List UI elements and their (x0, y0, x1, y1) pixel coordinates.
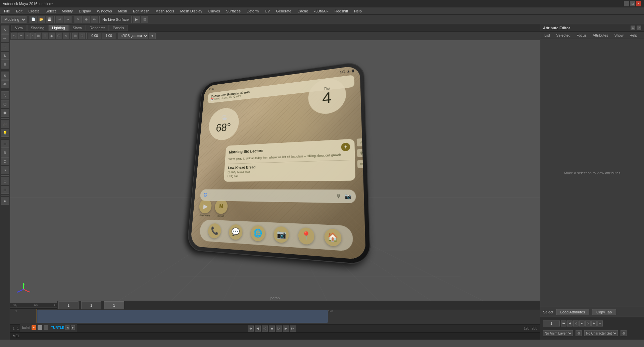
minimize-button[interactable]: ─ (624, 1, 629, 6)
viewport[interactable]: 9:30 5G ▲ ▮ Coffee with Robin in 30 min (10, 40, 540, 303)
manip-btn[interactable]: ⊡ (1, 177, 9, 185)
menu-3dtall[interactable]: -3DtoAll- (311, 8, 331, 14)
ipr-btn[interactable]: ⊡ (141, 16, 148, 23)
show-all-btn[interactable]: ● (1, 197, 9, 205)
app-play-store[interactable]: ▶ Play Store (198, 199, 212, 217)
menu-mesh-tools[interactable]: Mesh Tools (153, 8, 177, 14)
paint-tool-btn[interactable]: ✏ (91, 16, 98, 23)
tab-panels[interactable]: Panels (109, 25, 128, 31)
play-back-btn[interactable]: ◁ (262, 326, 268, 332)
lasso-btn[interactable]: ⊗ (1, 72, 9, 80)
close-button[interactable]: ✕ (636, 1, 641, 6)
stop-btn[interactable]: ■ (269, 326, 275, 332)
exposure-input[interactable] (88, 33, 101, 39)
app-gmail[interactable]: M Gmail (214, 199, 228, 218)
maximize-button[interactable]: □ (630, 1, 635, 6)
menu-select[interactable]: Select (43, 8, 59, 14)
undo-btn[interactable]: ↩ (56, 16, 63, 23)
tab-lighting[interactable]: Lighting (48, 25, 69, 31)
load-attributes-button[interactable]: Load Attributes (556, 309, 589, 315)
attr-tab-selected[interactable]: Selected (553, 33, 573, 38)
dock-phone-icon[interactable]: 📞 (207, 223, 221, 239)
layer-prev-btn[interactable]: ◀ (65, 325, 69, 330)
curve-btn[interactable]: ∿ (1, 91, 9, 99)
step-back-btn[interactable]: ◀ (255, 326, 261, 332)
vp-select-btn[interactable]: ↖ (11, 33, 17, 39)
polygon-btn[interactable]: ⬢ (1, 109, 9, 117)
vp-light-btn[interactable]: ☀ (63, 33, 69, 39)
menu-redshift[interactable]: Redshift (332, 8, 351, 14)
attr-tab-show[interactable]: Show (611, 33, 626, 38)
tab-shading[interactable]: Shading (27, 25, 48, 31)
character-set-option-btn[interactable]: ⚙ (621, 330, 627, 336)
attr-tab-help[interactable]: Help (627, 33, 640, 38)
snap-curve-btn[interactable]: ∾ (1, 166, 9, 174)
menu-curves[interactable]: Curves (206, 8, 223, 14)
select-tool-btn[interactable]: ↖ (75, 16, 82, 23)
menu-windows[interactable]: Windows (94, 8, 115, 14)
task-add-button[interactable]: + (341, 142, 350, 151)
go-start-btn[interactable]: ⏮ (248, 326, 254, 332)
mic-icon[interactable]: 🎙 (336, 193, 341, 199)
dock-home-icon[interactable]: 🏠 (324, 228, 341, 247)
snap-grid-btn[interactable]: ⊞ (1, 140, 9, 148)
camera-btn[interactable]: 🎥 (1, 120, 9, 128)
light-btn[interactable]: 💡 (1, 129, 9, 137)
vp-grid-btn[interactable]: ⊞ (72, 33, 78, 39)
copy-tab-button[interactable]: Copy Tab (592, 309, 616, 315)
menu-file[interactable]: File (1, 8, 13, 14)
scale-tool-btn[interactable]: ⊞ (1, 60, 9, 69)
vp-mode1-btn[interactable]: ▪ (25, 33, 30, 39)
tab-show[interactable]: Show (69, 25, 86, 31)
attr-tab-focus[interactable]: Focus (574, 33, 589, 38)
mini-step-fwd[interactable]: ▶ (591, 320, 597, 327)
snap-surface-btn[interactable]: ⊙ (1, 157, 9, 165)
tab-view[interactable]: View (11, 25, 27, 31)
attr-float-btn[interactable]: ⊡ (631, 26, 635, 30)
go-end-btn[interactable]: ⏭ (290, 326, 296, 332)
camera-search-icon[interactable]: 📷 (344, 193, 351, 199)
tab-renderer[interactable]: Renderer (86, 25, 109, 31)
menu-display[interactable]: Display (76, 8, 94, 14)
frame-number-display-3[interactable]: 1 (104, 301, 124, 309)
open-file-btn[interactable]: 📂 (38, 16, 45, 23)
timeline-area[interactable]: 1 120 (10, 309, 540, 324)
select-mode-btn[interactable]: ↖ (1, 26, 9, 34)
rotate-tool-btn[interactable]: ↻ (1, 52, 9, 60)
vp-texture-btn[interactable]: ⬡ (56, 33, 62, 39)
menu-edit-mesh[interactable]: Edit Mesh (130, 8, 152, 14)
vp-mode3-btn[interactable]: ⊞ (35, 33, 41, 39)
color-mode-select[interactable]: sRGB gamma (118, 33, 148, 39)
vp-hud-btn[interactable]: ⊡ (79, 33, 85, 39)
anim-layer-select[interactable]: No Anim Layer (543, 330, 573, 336)
render-region-btn[interactable]: ⊟ (1, 186, 9, 194)
surface-btn[interactable]: ⬡ (1, 100, 9, 108)
dock-messages-icon[interactable]: 💬 (228, 224, 243, 240)
menu-cache[interactable]: Cache (295, 8, 311, 14)
dock-camera-icon[interactable]: 📷 (274, 226, 289, 243)
gamma-input[interactable] (102, 33, 115, 39)
vp-wire-btn[interactable]: ⊟ (42, 33, 48, 39)
color-mode-option-btn[interactable]: ▼ (149, 33, 156, 39)
redo-btn[interactable]: ↪ (64, 16, 71, 23)
vp-paint-btn[interactable]: ✏ (18, 33, 24, 39)
mini-go-end[interactable]: ⏭ (597, 320, 603, 327)
move-tool-btn[interactable]: ✛ (1, 43, 9, 51)
mini-step-back[interactable]: ◀ (567, 320, 573, 327)
frame-number-display-2[interactable]: 1 (81, 301, 101, 309)
snap-point-btn[interactable]: ⊕ (1, 148, 9, 157)
save-file-btn[interactable]: 💾 (46, 16, 53, 23)
vp-mode2-btn[interactable]: ▫ (30, 33, 35, 39)
frame-number-display-1[interactable]: 1 (58, 301, 79, 309)
dock-maps-icon[interactable]: 📍 (298, 227, 314, 245)
search-bar[interactable]: G 🎙 📷 (200, 189, 356, 203)
menu-surfaces[interactable]: Surfaces (224, 8, 243, 14)
lasso-tool-btn[interactable]: ⊕ (83, 16, 90, 23)
mini-stop[interactable]: ■ (579, 320, 585, 327)
mode-select[interactable]: Modeling (1, 16, 27, 23)
new-file-btn[interactable]: 📄 (30, 16, 37, 23)
step-fwd-btn[interactable]: ▶ (283, 326, 289, 332)
render-btn[interactable]: ▶ (133, 16, 140, 23)
menu-deform[interactable]: Deform (244, 8, 261, 14)
current-frame-input[interactable] (543, 320, 560, 327)
